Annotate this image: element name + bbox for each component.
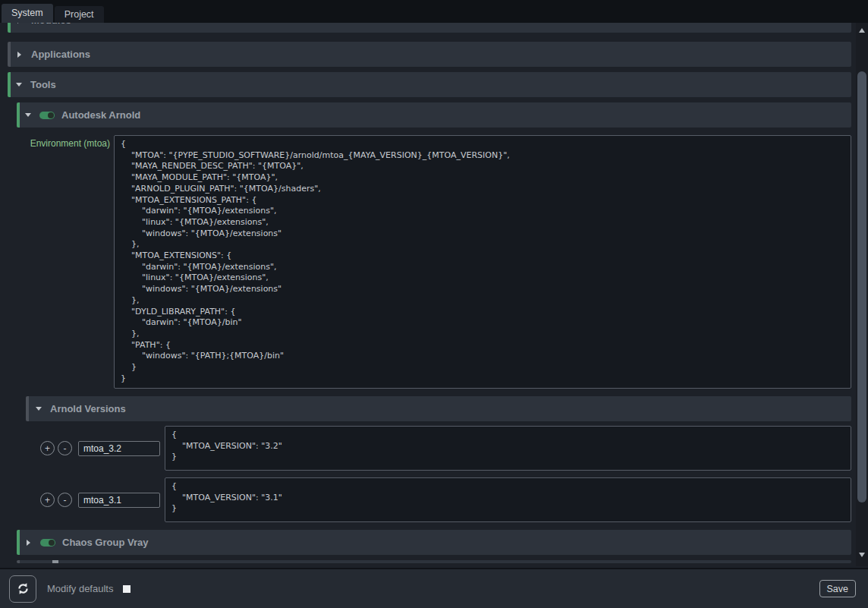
- vertical-scrollbar[interactable]: [856, 23, 868, 566]
- partial-row-fragment: [52, 560, 58, 563]
- section-partially-visible[interactable]: [17, 560, 851, 563]
- version-json-editor[interactable]: { "MTOA_VERSION": "3.2" }: [165, 426, 851, 471]
- add-version-button[interactable]: +: [40, 441, 55, 455]
- environment-json-editor[interactable]: { "MTOA": "{PYPE_STUDIO_SOFTWARE}/arnold…: [114, 135, 851, 389]
- chevron-right-icon: [27, 540, 30, 546]
- remove-version-button[interactable]: -: [58, 493, 72, 507]
- version-row-mtoa-3-2: + - { "MTOA_VERSION": "3.2" }: [40, 426, 851, 471]
- version-key-input[interactable]: [78, 441, 160, 456]
- scroll-up-icon: [859, 28, 865, 33]
- version-row-mtoa-3-1: + - { "MTOA_VERSION": "3.1" }: [40, 477, 851, 522]
- environment-label: Environment (mtoa): [8, 135, 110, 389]
- chevron-right-icon: [17, 52, 21, 58]
- scrollbar-thumb[interactable]: [857, 71, 866, 502]
- chevron-down-icon: [36, 407, 42, 411]
- tab-project[interactable]: Project: [55, 6, 104, 23]
- section-arnold-title: Autodesk Arnold: [61, 109, 140, 121]
- scroll-up-button[interactable]: [856, 25, 868, 36]
- modify-defaults-label: Modify defaults: [47, 583, 113, 594]
- section-autodesk-arnold[interactable]: Autodesk Arnold: [17, 102, 851, 128]
- modify-defaults-checkbox[interactable]: [123, 585, 131, 593]
- section-tools[interactable]: Tools: [8, 72, 851, 97]
- section-arnold-versions-title: Arnold Versions: [50, 403, 126, 414]
- add-version-button[interactable]: +: [40, 493, 55, 507]
- section-applications[interactable]: Applications: [8, 42, 851, 67]
- section-vray-title: Chaos Group Vray: [62, 537, 148, 548]
- settings-scroll-area: Modules Applications Tools Autodesk Arno…: [0, 23, 868, 568]
- refresh-button[interactable]: [9, 575, 36, 603]
- remove-version-button[interactable]: -: [58, 441, 72, 455]
- tab-bar: System Project: [0, 0, 868, 23]
- vray-enabled-toggle[interactable]: [40, 539, 55, 547]
- section-tools-title: Tools: [30, 79, 56, 90]
- chevron-down-icon: [16, 83, 22, 87]
- section-chaos-group-vray[interactable]: Chaos Group Vray: [17, 530, 851, 555]
- save-button[interactable]: Save: [819, 580, 857, 597]
- tab-system[interactable]: System: [2, 4, 53, 23]
- chevron-down-icon: [25, 113, 31, 117]
- section-arnold-versions[interactable]: Arnold Versions: [26, 396, 851, 421]
- arnold-enabled-toggle[interactable]: [39, 112, 55, 119]
- version-json-editor[interactable]: { "MTOA_VERSION": "3.1" }: [165, 477, 851, 522]
- section-modules-title: Modules: [31, 23, 71, 26]
- version-key-input[interactable]: [78, 493, 160, 508]
- section-modules[interactable]: Modules: [8, 23, 851, 33]
- footer-bar: Modify defaults Save: [0, 568, 868, 608]
- scroll-down-icon: [859, 553, 865, 557]
- chevron-right-icon: [17, 23, 21, 24]
- section-applications-title: Applications: [31, 49, 90, 60]
- arnold-environment-row: Environment (mtoa) { "MTOA": "{PYPE_STUD…: [8, 135, 851, 389]
- refresh-icon: [17, 582, 30, 595]
- scroll-down-button[interactable]: [856, 550, 868, 560]
